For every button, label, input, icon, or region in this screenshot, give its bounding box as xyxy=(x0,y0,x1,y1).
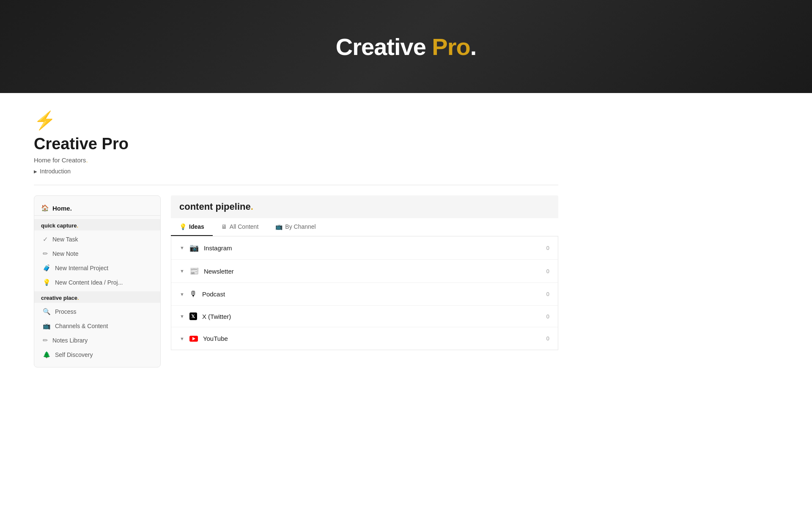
x-twitter-icon: 𝕏 xyxy=(189,312,197,320)
ideas-tab-label: Ideas xyxy=(189,223,204,230)
banner-title-highlight: Pro xyxy=(432,33,470,60)
content-area: content pipeline. 💡 Ideas 🖥 All Content … xyxy=(161,195,558,350)
page-title: Creative Pro xyxy=(34,135,558,153)
all-content-tab-label: All Content xyxy=(230,223,258,230)
instagram-channel-name: Instagram xyxy=(204,244,541,252)
page-subtitle: Home for Creators. xyxy=(34,156,558,164)
banner-title-plain: Creative xyxy=(336,33,432,60)
newsletter-icon: 📰 xyxy=(189,266,199,276)
creative-place-label: creative place xyxy=(41,295,77,301)
process-label: Process xyxy=(55,308,77,315)
instagram-icon: 📷 xyxy=(189,243,199,252)
tree-icon: 🌲 xyxy=(43,351,51,359)
sidebar-item-new-note[interactable]: ✏ New Note xyxy=(34,247,160,261)
podcast-toggle-icon[interactable]: ▼ xyxy=(180,292,184,297)
sidebar: 🏠 Home. quick capture. ✓ New Task ✏ New … xyxy=(34,195,161,367)
self-discovery-label: Self Discovery xyxy=(55,351,93,358)
new-internal-project-label: New Internal Project xyxy=(55,265,108,271)
banner-title: Creative Pro. xyxy=(336,33,477,60)
sidebar-item-new-internal-project[interactable]: 🧳 New Internal Project xyxy=(34,261,160,275)
home-icon: 🏠 xyxy=(41,204,49,212)
newsletter-toggle-icon[interactable]: ▼ xyxy=(180,269,184,274)
newsletter-count: 0 xyxy=(546,268,549,274)
podcast-icon: 🎙 xyxy=(189,290,197,299)
new-task-label: New Task xyxy=(52,236,78,243)
pipeline-item-podcast[interactable]: ▼ 🎙 Podcast 0 xyxy=(171,283,558,306)
pipeline-list: ▼ 📷 Instagram 0 ▼ 📰 Newsletter 0 ▼ 🎙 Pod… xyxy=(171,236,558,350)
youtube-count: 0 xyxy=(546,335,549,342)
sidebar-home-label: Home. xyxy=(52,205,72,212)
sidebar-item-self-discovery[interactable]: 🌲 Self Discovery xyxy=(34,348,160,362)
sidebar-home[interactable]: 🏠 Home. xyxy=(34,201,160,216)
sidebar-item-channels-content[interactable]: 📺 Channels & Content xyxy=(34,319,160,333)
section-title-dot: . xyxy=(251,201,253,212)
new-note-label: New Note xyxy=(52,250,78,257)
lightbulb-icon: 💡 xyxy=(43,279,51,286)
x-twitter-channel-name: X (Twitter) xyxy=(202,313,541,320)
quick-capture-label: quick capture xyxy=(41,222,77,229)
instagram-count: 0 xyxy=(546,245,549,251)
new-content-idea-label: New Content Idea / Proj... xyxy=(55,279,123,286)
by-channel-tab-icon: 📺 xyxy=(275,223,283,230)
by-channel-tab-label: By Channel xyxy=(285,223,315,230)
page-divider xyxy=(34,185,558,185)
banner-title-dot: . xyxy=(470,33,477,60)
youtube-icon xyxy=(189,334,198,343)
sidebar-section-quick-capture: quick capture. xyxy=(34,219,160,230)
pipeline-item-youtube[interactable]: ▼ YouTube 0 xyxy=(171,327,558,350)
tab-by-channel[interactable]: 📺 By Channel xyxy=(267,218,324,236)
channels-content-label: Channels & Content xyxy=(55,323,108,329)
x-twitter-count: 0 xyxy=(546,313,549,320)
pipeline-item-x-twitter[interactable]: ▼ 𝕏 X (Twitter) 0 xyxy=(171,306,558,327)
youtube-channel-name: YouTube xyxy=(203,335,541,342)
sidebar-item-process[interactable]: 🔍 Process xyxy=(34,304,160,319)
main-layout: 🏠 Home. quick capture. ✓ New Task ✏ New … xyxy=(34,195,558,367)
briefcase-icon: 🧳 xyxy=(43,264,51,272)
section-header-title: content pipeline. xyxy=(179,201,550,212)
intro-arrow-icon: ▶ xyxy=(34,169,37,174)
section-header: content pipeline. xyxy=(171,195,558,218)
newsletter-channel-name: Newsletter xyxy=(204,268,541,275)
intro-toggle[interactable]: ▶ Introduction xyxy=(34,168,558,175)
podcast-count: 0 xyxy=(546,291,549,297)
search-icon: 🔍 xyxy=(43,308,51,315)
tab-all-content[interactable]: 🖥 All Content xyxy=(213,218,267,236)
lightning-icon: ⚡ xyxy=(34,110,558,131)
intro-label: Introduction xyxy=(40,168,71,175)
youtube-toggle-icon[interactable]: ▼ xyxy=(180,336,184,341)
tabs: 💡 Ideas 🖥 All Content 📺 By Channel xyxy=(171,218,558,236)
x-toggle-icon[interactable]: ▼ xyxy=(180,314,184,319)
quick-capture-dot: . xyxy=(77,222,79,229)
creative-place-dot: . xyxy=(77,295,79,301)
sidebar-item-new-task[interactable]: ✓ New Task xyxy=(34,232,160,247)
ideas-tab-icon: 💡 xyxy=(179,223,187,230)
sidebar-section-creative-place: creative place. xyxy=(34,291,160,303)
instagram-toggle-icon[interactable]: ▼ xyxy=(180,245,184,250)
banner: Creative Pro. xyxy=(0,0,812,93)
sidebar-item-notes-library[interactable]: ✏ Notes Library xyxy=(34,333,160,348)
pipeline-item-instagram[interactable]: ▼ 📷 Instagram 0 xyxy=(171,236,558,260)
sidebar-item-new-content-idea[interactable]: 💡 New Content Idea / Proj... xyxy=(34,275,160,290)
check-icon: ✓ xyxy=(43,236,48,243)
subtitle-text: Home for Creators xyxy=(34,156,86,164)
section-title-text: content pipeline xyxy=(179,201,251,212)
subtitle-dot: . xyxy=(86,156,88,164)
tab-ideas[interactable]: 💡 Ideas xyxy=(171,218,213,236)
pencil-icon: ✏ xyxy=(43,250,48,258)
notes-icon: ✏ xyxy=(43,337,48,344)
all-content-tab-icon: 🖥 xyxy=(221,223,227,230)
page-content: ⚡ Creative Pro Home for Creators. ▶ Intr… xyxy=(0,93,592,384)
podcast-channel-name: Podcast xyxy=(202,290,541,298)
tv-icon: 📺 xyxy=(43,322,51,330)
notes-library-label: Notes Library xyxy=(52,337,88,344)
pipeline-item-newsletter[interactable]: ▼ 📰 Newsletter 0 xyxy=(171,260,558,283)
